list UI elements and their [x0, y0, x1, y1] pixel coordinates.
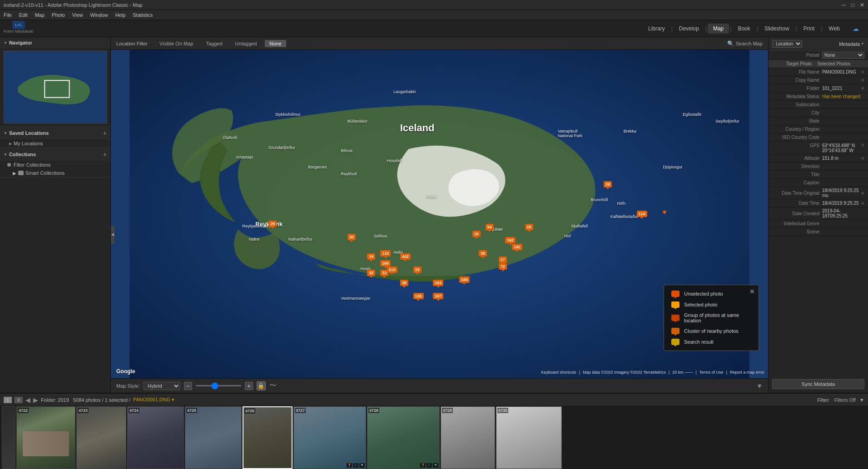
my-locations-item[interactable]: ▶ My Locations: [0, 139, 110, 148]
rp-copyname-expand[interactable]: ⊞: [861, 78, 864, 82]
sidebar-collapse-tab[interactable]: ◀: [111, 226, 114, 244]
marker-27[interactable]: 27: [499, 257, 507, 263]
menu-view[interactable]: View: [72, 12, 83, 18]
marker-115[interactable]: 115: [380, 250, 391, 257]
marker-345[interactable]: 345: [459, 276, 470, 283]
menu-window[interactable]: Window: [90, 12, 108, 18]
marker-16[interactable]: 16: [472, 231, 481, 237]
marker-loc-icon[interactable]: [663, 211, 666, 212]
sync-metadata-btn[interactable]: Sync Metadata: [772, 379, 864, 389]
marker-135[interactable]: 135: [413, 293, 424, 299]
marker-442[interactable]: 442: [400, 253, 411, 260]
filmstrip-next[interactable]: ▶: [33, 396, 38, 404]
zoom-slider[interactable]: [196, 385, 241, 386]
photo-thumb-partial[interactable]: [2, 406, 15, 469]
marker-114[interactable]: 114: [637, 211, 647, 217]
marker-28a[interactable]: 28: [604, 181, 612, 188]
page-2-btn[interactable]: 2: [15, 397, 23, 403]
marker-30b[interactable]: 30: [479, 250, 487, 257]
filter-collections-item[interactable]: Filter Collections: [0, 161, 110, 169]
selected-file[interactable]: PANO0001.DNG ▾: [133, 397, 174, 403]
panel-collapse-btn[interactable]: ▼: [756, 382, 763, 390]
keyboard-shortcuts[interactable]: Keyboard shortcuts: [541, 370, 576, 375]
zoom-in-btn[interactable]: +: [245, 382, 253, 390]
cloud-icon[interactable]: ☁: [853, 25, 859, 32]
nav-book[interactable]: Book: [732, 24, 755, 34]
menu-help[interactable]: Help: [115, 12, 126, 18]
nav-develop[interactable]: Develop: [674, 24, 704, 34]
marker-182[interactable]: 182: [512, 244, 522, 250]
legend-close-btn[interactable]: ✕: [749, 288, 755, 295]
photo-thumb-4726[interactable]: 4726: [243, 406, 293, 469]
map-style-select[interactable]: Hybrid Road Map Satellite Terrain: [144, 382, 180, 390]
zoom-out-btn[interactable]: −: [184, 382, 192, 390]
rp-type-select[interactable]: Location: [772, 40, 802, 48]
nav-library[interactable]: Library: [643, 24, 670, 34]
lock-btn[interactable]: 🔒: [257, 381, 266, 390]
photo-thumb-4728[interactable]: 4728 📍 ✓ ⚑: [367, 406, 440, 469]
filter-tagged[interactable]: Tagged: [201, 40, 227, 47]
nav-print[interactable]: Print: [798, 24, 820, 34]
collections-add[interactable]: +: [103, 151, 107, 158]
rp-folder-expand[interactable]: ⊞: [861, 86, 864, 90]
rp-dt-expand[interactable]: ⊞: [861, 201, 864, 205]
marker-54[interactable]: 54: [486, 224, 494, 230]
rp-expand-icon[interactable]: ⊞: [861, 70, 864, 74]
titlebar-title: iceland-2-v10-v11 - Adobe Photoshop Ligh…: [4, 2, 842, 8]
saved-locations-header[interactable]: ▼ Saved Locations +: [0, 127, 110, 139]
rp-altitude-expand[interactable]: ⊞: [861, 156, 864, 160]
filter-expand[interactable]: ▼: [859, 397, 864, 403]
rp-expand-arrow[interactable]: ▼: [861, 42, 864, 46]
marker-72[interactable]: 72: [499, 263, 507, 270]
page-1-btn[interactable]: 1: [4, 397, 12, 403]
photo-thumb-4730[interactable]: 4730: [496, 406, 562, 469]
filter-untagged[interactable]: Untagged: [231, 40, 262, 47]
filter-none[interactable]: None: [265, 40, 286, 47]
marker-28b[interactable]: 28: [525, 224, 533, 230]
menu-statistics[interactable]: Statistics: [133, 12, 153, 18]
marker-19[interactable]: 19: [367, 253, 375, 260]
collections-header[interactable]: ▼ Collections +: [0, 148, 110, 161]
marker-29[interactable]: 29: [268, 221, 277, 227]
rp-dto-expand[interactable]: ⊞: [861, 191, 864, 195]
nav-web[interactable]: Web: [823, 24, 845, 34]
marker-187[interactable]: 187: [433, 293, 443, 299]
close-btn[interactable]: ✕: [860, 2, 864, 8]
photo-thumb-4724[interactable]: 4724: [127, 406, 184, 469]
smart-collections-item[interactable]: ▶ Smart Collections: [0, 169, 110, 177]
menu-map[interactable]: Map: [35, 12, 45, 18]
marker-32[interactable]: 32: [367, 270, 375, 276]
menu-file[interactable]: File: [4, 12, 12, 18]
rp-gps-expand[interactable]: ⊞: [861, 143, 864, 147]
terms-link[interactable]: Terms of Use: [699, 370, 724, 375]
photo-thumb-4722[interactable]: 4722: [16, 406, 75, 469]
search-map-btn[interactable]: 🔍 Search Map: [727, 40, 763, 47]
marker-162[interactable]: 162: [505, 237, 516, 243]
photo-thumb-4729[interactable]: 4729: [441, 406, 495, 469]
nav-map[interactable]: Map: [708, 24, 729, 34]
rp-preset-select[interactable]: None: [822, 52, 864, 59]
titlebar-controls[interactable]: ─ □ ✕: [842, 2, 864, 8]
marker-33[interactable]: 33: [413, 267, 422, 273]
marker-215[interactable]: 215: [387, 267, 397, 273]
map-container[interactable]: Iceland VatnajökullNational Park Reykjav…: [111, 50, 768, 378]
nav-slideshow[interactable]: Slideshow: [759, 24, 795, 34]
marker-22[interactable]: 22: [380, 270, 388, 276]
filter-visible-on-map[interactable]: Visible On Map: [155, 40, 198, 47]
minimize-btn[interactable]: ─: [842, 2, 846, 8]
photo-thumb-4723[interactable]: 4723: [76, 406, 126, 469]
marker-38[interactable]: 38: [400, 280, 408, 286]
photo-thumb-4725[interactable]: 4725: [185, 406, 242, 469]
track-btn[interactable]: 〜: [269, 381, 277, 390]
maximize-btn[interactable]: □: [851, 2, 854, 8]
menu-photo[interactable]: Photo: [52, 12, 65, 18]
filmstrip-prev[interactable]: ◀: [25, 396, 30, 404]
marker-30a[interactable]: 30: [347, 234, 356, 240]
saved-locations-add[interactable]: +: [103, 129, 107, 137]
photo-thumb-4727[interactable]: 4727 📍 ✓ ⚑: [293, 406, 366, 469]
report-link[interactable]: Report a map error: [730, 370, 764, 375]
navigator-header[interactable]: ▼ Navigator: [0, 37, 110, 48]
marker-163[interactable]: 163: [433, 280, 443, 286]
menu-edit[interactable]: Edit: [19, 12, 28, 18]
marker-265[interactable]: 265: [380, 260, 391, 267]
